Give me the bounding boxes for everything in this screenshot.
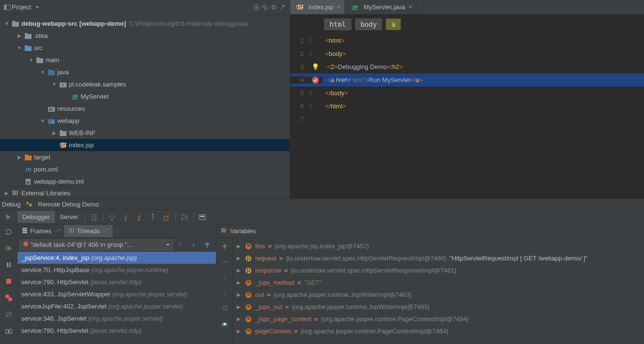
expand-arrow-icon[interactable]: ▶ [237, 304, 242, 310]
project-view-icon[interactable] [3, 3, 12, 12]
variables-list[interactable]: ▶≡this = {org.apache.jsp.index_jsp@7457}… [233, 238, 644, 344]
external-libraries[interactable]: ▶ External Libraries [0, 187, 290, 199]
expand-arrow-icon[interactable]: ▶ [51, 130, 57, 136]
thread-selector[interactable]: "default task-24"@7 456 in group "... [19, 240, 163, 250]
remove-watch-icon[interactable] [219, 257, 230, 267]
hide-icon[interactable] [278, 3, 287, 12]
expand-arrow-icon[interactable]: ▶ [237, 316, 242, 322]
drop-frame-icon[interactable] [161, 212, 172, 223]
step-over-icon[interactable] [107, 212, 117, 223]
editor-tab-myservlet[interactable]: C MyServlet.java ✕ [345, 0, 416, 14]
code-editor[interactable]: 1 ⊟ <html> 2 ⊟ <body> 3 💡 <2>Debugging D… [290, 34, 644, 126]
resume-icon[interactable] [3, 243, 14, 254]
code-line[interactable]: 5 ⊟ </body> [290, 86, 644, 100]
server-tab[interactable]: Server [55, 211, 83, 223]
tree-node[interactable]: ▼ webapp [0, 115, 290, 127]
debug-config-name[interactable]: Remote Debug Demo [38, 201, 99, 208]
threads-tab[interactable]: Threads →* [64, 225, 113, 237]
debugger-tab[interactable]: Debugger [17, 211, 55, 223]
tree-node[interactable]: ▼ src [0, 42, 290, 54]
expand-arrow-icon[interactable]: ▶ [4, 190, 10, 196]
code-line[interactable]: 7 [290, 113, 644, 126]
fold-icon[interactable]: ⊟ [309, 38, 313, 43]
stop-icon[interactable] [3, 276, 14, 287]
variable-row[interactable]: ▶prequest = {io.undertow.servlet.spec.Ht… [233, 252, 644, 264]
variable-row[interactable]: ▶≡_jspx_method = "GET" [233, 276, 644, 289]
tree-node[interactable]: ▶ target [0, 151, 290, 163]
frame-row[interactable]: service:790, HttpServlet (javax.servlet.… [17, 325, 216, 337]
gear-icon[interactable] [269, 3, 278, 12]
target-icon[interactable] [252, 3, 261, 12]
tree-node[interactable]: C MyServlet [0, 90, 290, 103]
force-step-into-icon[interactable] [134, 212, 145, 223]
pin-icon[interactable]: →* [102, 228, 109, 234]
expand-arrow-icon[interactable]: ▶ [237, 292, 242, 297]
pause-icon[interactable] [3, 259, 14, 270]
tree-node[interactable]: m pom.xml [0, 163, 290, 175]
expand-arrow-icon[interactable]: ▼ [40, 118, 46, 123]
fold-icon[interactable]: ⊟ [309, 90, 313, 96]
expand-arrow-icon[interactable]: ▼ [28, 57, 34, 63]
move-up-icon[interactable] [219, 272, 230, 283]
copy-icon[interactable] [219, 303, 230, 314]
update-icon[interactable] [3, 226, 14, 237]
mute-breakpoints-icon[interactable] [3, 309, 14, 320]
step-out-icon[interactable] [148, 212, 158, 223]
frame-list[interactable]: _jspService:4, index_jsp (org.apache.jsp… [17, 252, 216, 344]
bulb-icon[interactable]: 💡 [312, 63, 319, 70]
code-line[interactable]: 2 ⊟ <body> [290, 47, 644, 60]
variable-row[interactable]: ▶≡_jspx_page_context = {org.apache.jaspe… [233, 313, 644, 325]
close-tab-icon[interactable]: ✕ [336, 4, 341, 10]
camera-icon[interactable] [3, 326, 14, 336]
expand-arrow-icon[interactable]: ▶ [237, 243, 242, 249]
variable-row[interactable]: ▶≡pageContext = {org.apache.jasper.runti… [233, 325, 644, 337]
expand-arrow-icon[interactable]: ▶ [17, 155, 22, 160]
code-line[interactable]: 6 ⊟ </html> [290, 100, 644, 113]
thread-dropdown-icon[interactable] [163, 240, 173, 250]
view-breakpoints-icon[interactable] [3, 292, 14, 303]
tree-node[interactable]: ▼ main [0, 54, 290, 66]
tree-node[interactable]: ▶ .idea [0, 30, 290, 42]
show-watches-icon[interactable] [219, 319, 230, 329]
next-frame-icon[interactable] [188, 240, 199, 250]
expand-arrow-icon[interactable]: ▶ [237, 268, 242, 273]
fold-icon[interactable]: ⊟ [309, 51, 313, 56]
frame-row[interactable]: service:433, JspServletWrapper (org.apac… [17, 288, 216, 300]
variable-row[interactable]: ▶≡out = {org.apache.jasper.runtime.JspWr… [233, 289, 644, 301]
variable-row[interactable]: ▶≡_jspx_out = {org.apache.jasper.runtime… [233, 301, 644, 313]
evaluate-expression-icon[interactable] [197, 212, 208, 223]
collapse-icon[interactable] [261, 3, 269, 12]
tree-node[interactable]: ▶ WEB-INF [0, 127, 290, 139]
expand-arrow-icon[interactable]: ▶ [237, 328, 242, 334]
fold-icon[interactable]: ⊟ [309, 103, 313, 109]
frame-row[interactable]: service:70, HttpJspBase (org.apache.jasp… [17, 264, 216, 276]
tree-node-selected[interactable]: JSP index.jsp [0, 139, 290, 151]
close-tab-icon[interactable]: ✕ [408, 4, 413, 10]
variable-row[interactable]: ▶≡this = {org.apache.jsp.index_jsp@7457} [233, 240, 644, 252]
expand-arrow-icon[interactable]: ▼ [51, 82, 57, 87]
move-down-icon[interactable] [219, 288, 230, 298]
expand-arrow-icon[interactable]: ▶ [17, 33, 22, 38]
breadcrumb-item[interactable]: body [355, 18, 382, 30]
expand-arrow-icon[interactable]: ▶ [237, 256, 242, 261]
frame-row[interactable]: service:790, HttpServlet (javax.servlet.… [17, 276, 216, 288]
run-to-cursor-icon[interactable] [179, 212, 190, 223]
prev-frame-icon[interactable] [175, 240, 185, 250]
code-line[interactable]: 1 ⊟ <html> [290, 34, 644, 47]
tree-node[interactable]: ▼ java [0, 66, 290, 78]
project-title[interactable]: Project [12, 3, 31, 11]
expand-arrow-icon[interactable]: ▼ [17, 45, 22, 51]
code-line[interactable]: 3 💡 <2>Debugging Demo</h2> [290, 60, 644, 73]
breakpoint-icon[interactable] [312, 77, 319, 84]
step-into-icon[interactable] [120, 212, 131, 223]
filter-icon[interactable] [202, 240, 213, 250]
expand-arrow-icon[interactable]: ▼ [4, 21, 10, 26]
breadcrumb-item[interactable]: html [324, 18, 351, 30]
rerun-icon[interactable] [3, 212, 14, 223]
expand-arrow-icon[interactable]: ▼ [40, 69, 46, 75]
new-watch-icon[interactable] [219, 241, 230, 252]
variable-row[interactable]: ▶presponse = {io.undertow.servlet.spec.H… [233, 264, 644, 276]
project-tree[interactable]: ▼ debug-webapp-src [webapp-demo] C:\Proj… [0, 15, 290, 187]
chevron-down-icon[interactable] [33, 3, 42, 12]
code-line-current[interactable]: 4 <a href="test">Run MyServlet</a> [290, 73, 644, 86]
